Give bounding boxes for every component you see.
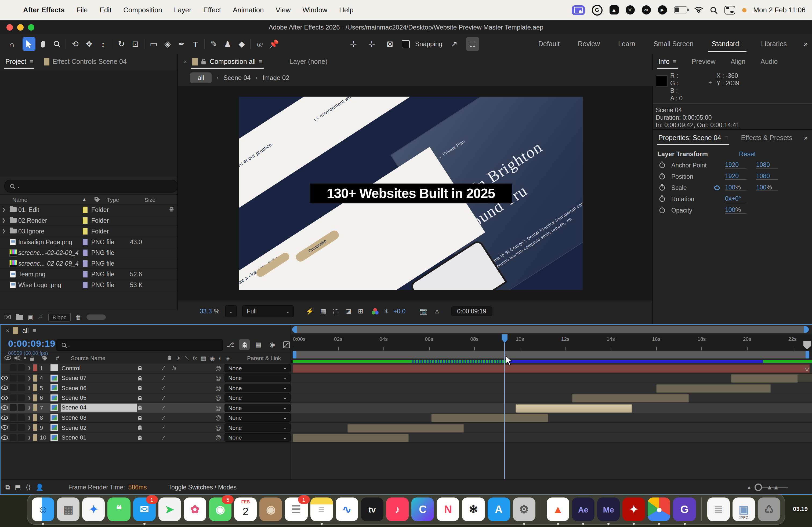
stopwatch-icon[interactable] [653, 207, 671, 214]
dock-photos[interactable]: ✿ [184, 497, 206, 521]
tab-audio[interactable]: Audio [755, 54, 783, 70]
layer-name[interactable]: Scene 03 [60, 415, 137, 421]
comp-button-icon[interactable]: 🜄 [804, 365, 810, 373]
home-tool[interactable]: ⌂ [5, 37, 18, 51]
layer-name[interactable]: Scene 01 [60, 434, 137, 441]
layer-quality-switch[interactable]: ∕ [158, 385, 169, 391]
transparency-grid-icon[interactable]: ▦ [320, 307, 327, 315]
solo-column-icon[interactable]: ● [24, 355, 27, 361]
dock-settings[interactable]: ⚙ [512, 497, 535, 521]
parent-pickwhip-icon[interactable]: @ [212, 395, 224, 401]
zoom-out-icon[interactable]: ▲ [747, 484, 752, 490]
shy-layers-toggle-icon[interactable] [239, 339, 250, 350]
property-value[interactable]: 1080 [756, 162, 778, 168]
layer-eye-toggle[interactable] [1, 405, 9, 410]
layer-solo-toggle[interactable] [17, 414, 26, 421]
play-menu-icon[interactable]: ▶ [657, 5, 667, 15]
dock-after-effects[interactable]: Ae [572, 497, 595, 521]
label-chip[interactable] [78, 271, 91, 277]
wifi-icon[interactable] [694, 6, 703, 13]
sort-asc-icon[interactable]: ▲ [82, 197, 94, 202]
resolution-dropdown[interactable]: Full⌄ [243, 305, 294, 317]
project-row[interactable]: screenc...-02-02-09_49_42.pngPNG file [0, 258, 177, 269]
gizmo-icon[interactable]: ⛶ [466, 37, 479, 51]
close-panel-icon[interactable]: × [184, 59, 187, 65]
panel-overflow-icon[interactable]: » [804, 134, 808, 142]
layer-expand-icon[interactable]: ❯ [25, 386, 33, 390]
layer-eye-toggle[interactable] [1, 386, 9, 390]
layer-expand-icon[interactable]: ❯ [25, 405, 33, 410]
layer-solo-toggle[interactable] [17, 394, 26, 402]
local-axis-mode-icon[interactable]: ⊹ [347, 37, 360, 51]
layer-eye-toggle[interactable] [1, 435, 9, 440]
disclosure-icon[interactable]: ❯ [0, 229, 8, 234]
layer-audio-toggle[interactable] [9, 404, 17, 411]
frame-blend-column-icon[interactable]: ▦ [201, 355, 206, 361]
selection-tool[interactable] [23, 37, 35, 51]
menu-item-view[interactable]: View [270, 6, 297, 14]
dock-facetime[interactable]: ◉5 [209, 497, 231, 521]
layer-label-chip[interactable] [33, 385, 37, 391]
show-snapshot-icon[interactable]: 🜂 [434, 307, 440, 315]
layer-duration-bar[interactable] [293, 434, 408, 442]
shy-column-icon[interactable] [166, 355, 172, 361]
project-row[interactable]: ❯01. EditFolder품 [0, 205, 177, 215]
layer-quality-switch[interactable]: ∕ [158, 395, 169, 401]
layer-label-chip[interactable] [33, 394, 37, 402]
interpret-footage-icon[interactable]: ⌧ [4, 314, 11, 321]
layer-label-chip[interactable] [33, 404, 37, 411]
render-time-pane-icon[interactable]: 👤 [36, 483, 44, 491]
dock-appstore[interactable]: A [487, 497, 510, 521]
rectangle-tool[interactable]: ▭ [147, 37, 160, 51]
parent-dropdown[interactable]: None⌄ [224, 374, 291, 382]
exposure-icon[interactable]: ✳ [384, 307, 389, 315]
spotlight-icon[interactable] [710, 6, 717, 14]
parent-pickwhip-icon[interactable]: @ [212, 415, 224, 421]
zoom-knob[interactable] [755, 483, 762, 491]
time-ruler[interactable]: 0:00s02s04s06s08s10s12s14s16s18s20s22s [291, 334, 812, 351]
col-size[interactable]: Size [144, 196, 171, 202]
col-hash[interactable]: # [56, 355, 71, 361]
workspace-small-screen[interactable]: Small Screen [644, 34, 703, 54]
layer-solo-toggle[interactable] [17, 404, 26, 411]
layer-audio-toggle[interactable] [9, 424, 17, 431]
layer-audio-toggle[interactable] [9, 365, 17, 372]
unlock-icon[interactable] [201, 59, 206, 65]
pan-behind-tool[interactable]: ⊡ [129, 37, 142, 51]
workspace-standard[interactable]: Standard ≡ [703, 34, 752, 54]
menu-item-layer[interactable]: Layer [168, 6, 197, 14]
type-tool[interactable]: T [189, 37, 202, 51]
disclosure-icon[interactable]: ❯ [0, 218, 8, 223]
col-type[interactable]: Type [107, 196, 144, 202]
layer-name[interactable]: Scene 04 [60, 404, 137, 412]
layer-duration-bar[interactable] [347, 424, 464, 432]
frame-blending-toggle-icon[interactable]: ▤ [253, 339, 264, 350]
timeline-zoom-slider[interactable]: ▲ ▲▲ [747, 483, 779, 491]
stopwatch-icon[interactable] [653, 184, 671, 191]
layer-quality-switch[interactable]: ∕ [158, 425, 169, 431]
layer-expand-icon[interactable]: ❯ [25, 435, 33, 440]
layer-solo-toggle[interactable] [17, 434, 26, 441]
menu-item-composition[interactable]: Composition [117, 6, 168, 14]
layer-quality-switch[interactable]: ∕ [158, 415, 169, 421]
clone-stamp-tool[interactable]: ♟ [221, 37, 234, 51]
bit-depth-button[interactable]: 8 bpc [48, 313, 71, 321]
disclosure-icon[interactable]: ❯ [0, 207, 8, 212]
layer-name[interactable]: Scene 02 [60, 424, 137, 431]
tab-align[interactable]: Align [725, 54, 751, 70]
fx-column-icon[interactable]: fx [193, 355, 197, 361]
breadcrumb-image[interactable]: Image 02 [262, 74, 289, 81]
dock-gemini[interactable]: G [673, 497, 696, 521]
property-value[interactable]: 100% [725, 184, 746, 191]
view-axis-mode-icon[interactable]: ⊠ [383, 37, 396, 51]
viewer-timecode[interactable]: 0:00:09:19 [451, 306, 492, 316]
dock-brave[interactable]: ▲ [547, 497, 569, 521]
layer-label-chip[interactable] [33, 424, 37, 431]
col-parent-link[interactable]: Parent & Link [247, 355, 281, 361]
workspace-default[interactable]: Default [529, 34, 569, 54]
lock-column-icon[interactable] [30, 355, 35, 361]
project-row[interactable]: ❯03.IgnoreFolder [0, 226, 177, 237]
menu-item-edit[interactable]: Edit [94, 6, 118, 14]
parent-dropdown[interactable]: None⌄ [224, 404, 291, 412]
parent-pickwhip-icon[interactable]: @ [212, 405, 224, 411]
